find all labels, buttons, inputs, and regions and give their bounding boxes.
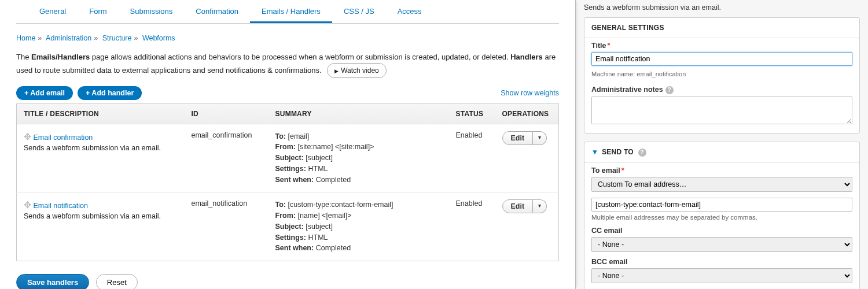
tab-css-js[interactable]: CSS / JS bbox=[332, 0, 386, 23]
drag-handle-icon[interactable]: ✥ bbox=[24, 200, 31, 210]
col-id: ID bbox=[185, 103, 269, 124]
breadcrumb-home[interactable]: Home bbox=[16, 34, 35, 42]
handler-summary: To: [email] From: [site:name] <[site:mai… bbox=[269, 124, 449, 192]
breadcrumb: Home» Administration» Structure» Webform… bbox=[16, 34, 559, 42]
tab-general[interactable]: General bbox=[28, 0, 78, 23]
col-status: STATUS bbox=[449, 103, 495, 124]
handler-id: email_confirmation bbox=[185, 124, 269, 192]
collapse-icon[interactable]: ▼ bbox=[591, 148, 598, 156]
tab-submissions[interactable]: Submissions bbox=[119, 0, 185, 23]
bcc-email-select[interactable]: - None - bbox=[591, 268, 852, 283]
col-ops: OPERATIONS bbox=[495, 103, 559, 124]
handler-id: email_notification bbox=[185, 192, 269, 261]
tab-access[interactable]: Access bbox=[386, 0, 433, 23]
intro-text: The Emails/Handlers page allows addition… bbox=[16, 51, 559, 78]
to-email-label: To email* bbox=[591, 166, 852, 175]
tab-confirmation[interactable]: Confirmation bbox=[184, 0, 250, 23]
secondary-tabs: General Form Submissions Confirmation Em… bbox=[16, 0, 559, 24]
handlers-table: TITLE / DESCRIPTION ID SUMMARY STATUS OP… bbox=[16, 103, 559, 262]
breadcrumb-admin[interactable]: Administration bbox=[46, 34, 91, 42]
add-handler-button[interactable]: + Add handler bbox=[78, 86, 142, 100]
handler-summary: To: [custom-type:contact-form-email] Fro… bbox=[269, 192, 449, 261]
save-handlers-button[interactable]: Save handlers bbox=[16, 274, 89, 289]
tab-emails-handlers[interactable]: Emails / Handlers bbox=[250, 0, 332, 23]
handler-status: Enabled bbox=[449, 124, 495, 192]
to-email-hint: Multiple email addresses may be separate… bbox=[591, 214, 852, 221]
handler-desc: Sends a webform submission via an email. bbox=[24, 144, 178, 152]
edit-button[interactable]: Edit bbox=[502, 131, 534, 145]
bcc-email-label: BCC email bbox=[591, 258, 852, 266]
title-label: Title* bbox=[591, 42, 852, 50]
edit-button[interactable]: Edit bbox=[502, 199, 534, 213]
handler-status: Enabled bbox=[449, 192, 495, 261]
table-row: ✥ Email confirmation Sends a webform sub… bbox=[17, 124, 559, 192]
col-title: TITLE / DESCRIPTION bbox=[17, 103, 185, 124]
to-email-input[interactable] bbox=[591, 198, 852, 212]
admin-notes-textarea[interactable] bbox=[591, 97, 852, 124]
handler-title-link[interactable]: Email confirmation bbox=[33, 134, 93, 142]
reset-button[interactable]: Reset bbox=[96, 274, 138, 289]
col-summary: SUMMARY bbox=[269, 103, 449, 124]
watch-video-button[interactable]: Watch video bbox=[327, 63, 387, 78]
handler-desc: Sends a webform submission via an email. bbox=[24, 212, 178, 220]
tab-form[interactable]: Form bbox=[78, 0, 118, 23]
general-settings-fieldset: GENERAL SETTINGS Title* Machine name: em… bbox=[584, 17, 860, 134]
breadcrumb-webforms[interactable]: Webforms bbox=[142, 34, 175, 42]
help-icon[interactable]: ? bbox=[665, 86, 674, 94]
send-to-fieldset: ▼SEND TO ? To email* Custom To email add… bbox=[584, 142, 860, 289]
show-row-weights-link[interactable]: Show row weights bbox=[501, 89, 559, 97]
general-settings-legend: GENERAL SETTINGS bbox=[584, 18, 859, 38]
machine-name: Machine name: email_notification bbox=[584, 68, 859, 82]
add-email-button[interactable]: + Add email bbox=[16, 86, 73, 100]
handler-title-link[interactable]: Email notification bbox=[33, 202, 88, 210]
admin-notes-label: Administrative notes? bbox=[591, 86, 852, 94]
drag-handle-icon[interactable]: ✥ bbox=[24, 132, 31, 142]
table-row: ✥ Email notification Sends a webform sub… bbox=[17, 192, 559, 261]
edit-dropdown-icon[interactable]: ▾ bbox=[533, 199, 547, 213]
help-icon[interactable]: ? bbox=[638, 149, 646, 157]
edit-dropdown-icon[interactable]: ▾ bbox=[533, 131, 547, 145]
breadcrumb-structure[interactable]: Structure bbox=[102, 34, 132, 42]
cc-email-label: CC email bbox=[591, 227, 852, 235]
cc-email-select[interactable]: - None - bbox=[591, 237, 852, 252]
title-input[interactable] bbox=[591, 52, 852, 66]
to-email-select[interactable]: Custom To email address… bbox=[591, 177, 852, 192]
side-description: Sends a webform submission via an email. bbox=[584, 0, 860, 17]
send-to-legend[interactable]: ▼SEND TO ? bbox=[584, 142, 859, 163]
